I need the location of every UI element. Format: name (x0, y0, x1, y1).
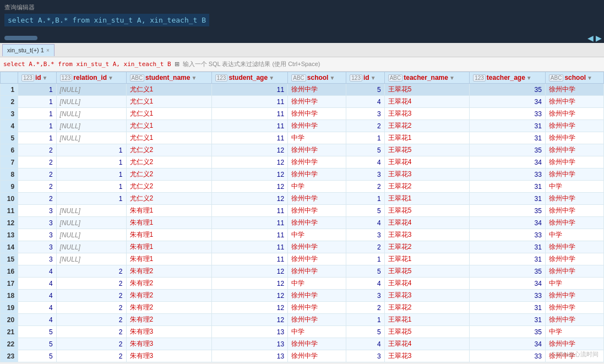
table-cell: 1 (56, 169, 126, 181)
col-header-relation_id-1[interactable]: 123 relation_id ▼ (56, 72, 126, 84)
table-cell: 2 (346, 241, 384, 253)
row-number: 5 (1, 132, 18, 144)
table-cell: 王翠花4 (384, 156, 469, 169)
col-filter-icon-3[interactable]: ▼ (269, 75, 274, 81)
table-cell: 11 (211, 132, 287, 144)
table-cell: 5 (346, 144, 384, 156)
col-header-student_name-2[interactable]: ABC student_name ▼ (126, 72, 211, 84)
col-header-student_age-3[interactable]: 123 student_age ▼ (211, 72, 287, 84)
col-header-teacher_name-6[interactable]: ABC teacher_name ▼ (384, 72, 469, 84)
table-cell: 朱有理3 (126, 338, 211, 350)
col-filter-icon-6[interactable]: ▼ (449, 75, 455, 81)
col-header-school-4[interactable]: ABC school ▼ (288, 72, 346, 84)
table-cell: 王翠花2 (384, 302, 469, 314)
type-badge-0: 123 (21, 74, 34, 82)
result-tab[interactable]: xin_stu_t(+) 1 × (2, 44, 55, 56)
row-number: 3 (1, 108, 18, 120)
type-badge-6: ABC (388, 74, 403, 82)
table-cell: 12 (211, 156, 287, 169)
table-cell: 4 (346, 217, 384, 229)
row-number: 7 (1, 156, 18, 169)
table-cell: 5 (346, 326, 384, 338)
col-header-id-5[interactable]: 123 id ▼ (346, 72, 384, 84)
row-number: 17 (1, 278, 18, 290)
table-cell: 1 (18, 132, 56, 144)
col-filter-icon-1[interactable]: ▼ (108, 75, 113, 81)
table-cell: 徐州中学 (288, 253, 346, 265)
table-cell: 徐州中学 (545, 108, 603, 120)
table-cell: [NULL] (56, 205, 126, 217)
table-cell: 徐州中学 (288, 96, 346, 108)
table-row: 721尤仁义212徐州中学4王翠花434徐州中学 (1, 156, 604, 169)
table-cell: 徐州中学 (288, 108, 346, 120)
table-cell: [NULL] (56, 241, 126, 253)
table-cell: 31 (470, 193, 546, 205)
result-table: 123 id ▼ 123 relation_id ▼ ABC student_n… (0, 72, 604, 362)
sql-editor[interactable]: select A.*,B.* from xin_stu_t A, xin_tea… (4, 14, 209, 26)
table-cell: 4 (18, 314, 56, 326)
col-name-1: relation_id (73, 74, 107, 82)
type-badge-5: 123 (350, 74, 362, 82)
table-cell: 徐州中学 (545, 253, 603, 265)
table-cell: 3 (18, 217, 56, 229)
table-cell: 王翠花1 (384, 132, 469, 144)
table-cell: 5 (346, 205, 384, 217)
table-cell: [NULL] (56, 229, 126, 241)
table-cell: 尤仁义1 (126, 96, 211, 108)
table-cell: 4 (18, 302, 56, 314)
table-cell: 徐州中学 (288, 156, 346, 169)
table-cell: 3 (346, 290, 384, 302)
row-number: 6 (1, 144, 18, 156)
table-cell: 徐州中学 (545, 290, 603, 302)
table-cell: 尤仁义2 (126, 156, 211, 169)
table-cell: 4 (346, 156, 384, 169)
col-filter-icon-5[interactable]: ▼ (371, 75, 376, 81)
table-cell: 1 (346, 132, 384, 144)
table-row: 133[NULL]朱有理111中学3王翠花333中学 (1, 229, 604, 241)
table-cell: 徐州中学 (545, 302, 603, 314)
col-filter-icon-2[interactable]: ▼ (191, 75, 197, 81)
table-cell: 31 (470, 241, 546, 253)
table-cell: 尤仁义2 (126, 193, 211, 205)
col-header-teacher_age-7[interactable]: 123 teacher_age ▼ (470, 72, 546, 84)
table-cell: 35 (470, 144, 546, 156)
table-cell: 2 (18, 181, 56, 193)
col-name-5: id (363, 74, 369, 82)
table-cell: 12 (211, 181, 287, 193)
table-cell: 2 (56, 265, 126, 278)
table-row: 21[NULL]尤仁义111徐州中学4王翠花434徐州中学 (1, 96, 604, 108)
table-cell: 31 (470, 181, 546, 193)
type-badge-1: 123 (60, 74, 73, 82)
col-header-school-8[interactable]: ABC school ▼ (545, 72, 603, 84)
col-filter-icon-4[interactable]: ▼ (329, 75, 335, 81)
table-cell: 2 (56, 326, 126, 338)
table-cell: 4 (18, 265, 56, 278)
table-row: 113[NULL]朱有理111徐州中学5王翠花535徐州中学 (1, 205, 604, 217)
table-cell: 2 (18, 144, 56, 156)
table-cell: 3 (18, 205, 56, 217)
table-row: 1642朱有理212徐州中学5王翠花535徐州中学 (1, 265, 604, 278)
row-number: 8 (1, 169, 18, 181)
col-row-num (1, 72, 18, 84)
col-filter-icon-0[interactable]: ▼ (42, 75, 48, 81)
col-filter-icon-8[interactable]: ▼ (587, 75, 592, 81)
table-cell: 33 (470, 169, 546, 181)
table-cell: 王翠花4 (384, 338, 469, 350)
table-cell: 徐州中学 (545, 205, 603, 217)
scroll-arrows[interactable]: ◀ ▶ (587, 34, 602, 42)
row-number: 10 (1, 193, 18, 205)
col-filter-icon-7[interactable]: ▼ (526, 75, 532, 81)
col-header-id-0[interactable]: 123 id ▼ (18, 72, 56, 84)
tab-close[interactable]: × (46, 47, 50, 53)
col-name-3: student_age (228, 74, 268, 82)
table-cell: 34 (470, 96, 546, 108)
table-cell: 34 (470, 156, 546, 169)
table-row: 1942朱有理212徐州中学2王翠花231徐州中学 (1, 302, 604, 314)
table-cell: 朱有理2 (126, 265, 211, 278)
table-cell: 33 (470, 290, 546, 302)
table-cell: 2 (56, 314, 126, 326)
h-scrollbar[interactable] (4, 36, 37, 40)
table-cell: 徐州中学 (545, 132, 603, 144)
table-cell: 徐州中学 (545, 314, 603, 326)
table-cell: 王翠花2 (384, 181, 469, 193)
